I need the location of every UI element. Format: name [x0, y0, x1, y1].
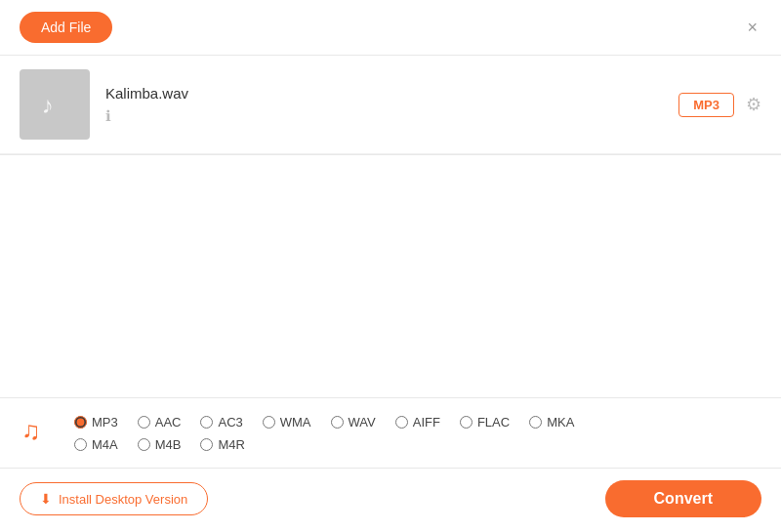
- format-row-2: M4A M4B M4R: [74, 437, 761, 452]
- svg-text:♫: ♫: [21, 416, 41, 445]
- download-icon: ⬇: [40, 491, 52, 507]
- close-button[interactable]: ×: [743, 15, 761, 40]
- music-icon: ♫: [20, 412, 55, 447]
- file-thumbnail: ♪: [20, 69, 90, 140]
- radio-flac[interactable]: [460, 416, 473, 429]
- format-label-aiff: AIFF: [413, 415, 440, 430]
- install-label: Install Desktop Version: [59, 492, 187, 507]
- format-option-ac3[interactable]: AC3: [200, 415, 242, 430]
- format-label-wma: WMA: [280, 415, 311, 430]
- file-name: Kalimba.wav: [105, 85, 678, 102]
- radio-aac[interactable]: [138, 416, 150, 429]
- content-area: ♪ Kalimba.wav ℹ MP3 ⚙ ♫ MP3: [0, 56, 781, 529]
- format-option-m4b[interactable]: M4B: [138, 437, 182, 452]
- format-label-m4a: M4A: [92, 437, 118, 452]
- add-file-button[interactable]: Add File: [20, 12, 112, 43]
- format-option-mp3[interactable]: MP3: [74, 415, 118, 430]
- settings-icon[interactable]: ⚙: [746, 94, 761, 115]
- format-option-wma[interactable]: WMA: [263, 415, 311, 430]
- radio-mp3[interactable]: [74, 416, 87, 429]
- radio-wma[interactable]: [263, 416, 275, 429]
- empty-area: [0, 155, 781, 397]
- audio-format-icon: ♫: [20, 412, 55, 454]
- format-option-m4a[interactable]: M4A: [74, 437, 118, 452]
- format-panel: ♫ MP3 AAC AC3 WMA: [0, 397, 781, 468]
- radio-m4b[interactable]: [138, 438, 150, 451]
- footer-bar: ⬇ Install Desktop Version Convert: [0, 468, 781, 529]
- radio-aiff[interactable]: [395, 416, 408, 429]
- radio-m4r[interactable]: [200, 438, 213, 451]
- radio-mka[interactable]: [529, 416, 542, 429]
- format-label-ac3: AC3: [218, 415, 242, 430]
- convert-button[interactable]: Convert: [605, 480, 761, 517]
- music-note-icon: ♪: [35, 85, 74, 124]
- format-option-aac[interactable]: AAC: [138, 415, 182, 430]
- file-item: ♪ Kalimba.wav ℹ MP3 ⚙: [0, 56, 781, 154]
- format-option-m4r[interactable]: M4R: [200, 437, 244, 452]
- format-label-mka: MKA: [547, 415, 574, 430]
- format-label-aac: AAC: [155, 415, 182, 430]
- format-label-m4r: M4R: [218, 437, 244, 452]
- format-option-flac[interactable]: FLAC: [460, 415, 510, 430]
- radio-wav[interactable]: [331, 416, 344, 429]
- format-option-wav[interactable]: WAV: [331, 415, 376, 430]
- file-actions: MP3 ⚙: [678, 93, 761, 117]
- format-label-wav: WAV: [349, 415, 376, 430]
- format-label-mp3: MP3: [92, 415, 118, 430]
- format-label-flac: FLAC: [477, 415, 510, 430]
- format-option-mka[interactable]: MKA: [529, 415, 574, 430]
- svg-text:♪: ♪: [41, 92, 53, 118]
- radio-m4a[interactable]: [74, 438, 87, 451]
- format-options: MP3 AAC AC3 WMA WAV: [74, 415, 761, 452]
- file-info: Kalimba.wav ℹ: [105, 85, 678, 125]
- radio-ac3[interactable]: [200, 416, 213, 429]
- format-badge-button[interactable]: MP3: [678, 93, 734, 117]
- install-desktop-button[interactable]: ⬇ Install Desktop Version: [20, 482, 208, 515]
- format-label-m4b: M4B: [155, 437, 182, 452]
- file-section: ♪ Kalimba.wav ℹ MP3 ⚙: [0, 56, 781, 155]
- format-row-1: MP3 AAC AC3 WMA WAV: [74, 415, 761, 430]
- format-option-aiff[interactable]: AIFF: [395, 415, 440, 430]
- info-icon[interactable]: ℹ: [105, 107, 111, 124]
- top-bar: Add File ×: [0, 0, 781, 56]
